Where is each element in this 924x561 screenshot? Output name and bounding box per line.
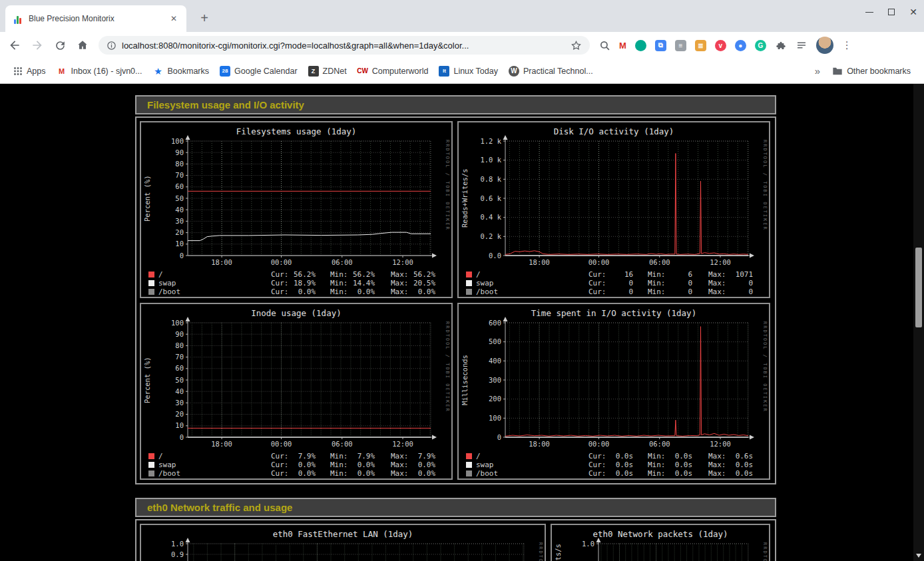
legend-max: Max: 0	[708, 287, 753, 296]
bookmark-label: Google Calendar	[234, 67, 298, 76]
legend-max: Max: 1071	[708, 270, 753, 279]
legend-series-name: /boot	[158, 469, 180, 478]
extensions-puzzle-icon[interactable]	[775, 39, 787, 51]
graph-panel-disk-io: Disk I/O activity (1day) Reads+Writes/s …	[457, 121, 770, 298]
forward-button[interactable]	[28, 36, 47, 55]
svg-text:30: 30	[175, 217, 184, 225]
url-bar[interactable]: localhost:8080/monitorix-cgi/monitorix.c…	[99, 36, 590, 55]
back-button[interactable]	[5, 36, 24, 55]
legend-max: Max: 56.2%	[391, 270, 435, 279]
bookmark-label: Computerworld	[372, 67, 429, 76]
key-extension-icon[interactable]	[635, 40, 646, 51]
legend-max: Max: 0	[708, 279, 753, 287]
grammarly-icon[interactable]: G	[755, 40, 766, 51]
browser-menu-icon[interactable]: ⋮	[842, 39, 852, 51]
legend-cur: Cur: 18.9%	[271, 279, 316, 287]
reload-button[interactable]	[51, 36, 69, 55]
svg-text:0: 0	[497, 433, 501, 441]
bookmark-bookmarks[interactable]: ★ Bookmarks	[148, 66, 215, 77]
legend-min: Min: 6	[648, 270, 692, 279]
svg-text:0: 0	[180, 252, 184, 260]
legend-row: swapCur: 0Min: 0Max: 0	[459, 279, 769, 287]
monitorix-favicon-icon	[12, 13, 23, 24]
gmail-icon[interactable]: M	[619, 41, 626, 51]
svg-text:12:00: 12:00	[392, 258, 413, 266]
bookmark-computerworld[interactable]: CW Computerworld	[352, 66, 434, 77]
svg-text:40: 40	[175, 206, 184, 214]
linux-today-icon: lt	[439, 66, 449, 77]
notes-extension-icon[interactable]: ≡	[675, 40, 686, 51]
bookmark-inbox[interactable]: M Inbox (16) - sjvn0...	[51, 66, 148, 77]
svg-text:100: 100	[171, 319, 184, 327]
legend-row: /Cur: 7.9%Min: 7.9%Max: 7.9%	[141, 452, 451, 461]
svg-text:80: 80	[175, 341, 184, 349]
legend-min: Min: 0.0%	[330, 469, 375, 478]
bookmarks-overflow-chevron[interactable]: »	[808, 65, 827, 77]
scroll-down-icon[interactable]	[916, 554, 921, 558]
legend-series-name: /boot	[476, 469, 498, 478]
legend-series-name: /boot	[476, 287, 498, 296]
legend-swatch-icon	[466, 462, 472, 468]
search-icon[interactable]	[599, 40, 610, 51]
window-maximize-button[interactable]	[888, 9, 895, 15]
svg-text:600: 600	[489, 319, 501, 327]
graphs-grid: Filesystems usage (1day) Percent (%) RRD…	[135, 116, 776, 484]
window-close-button[interactable]: ✕	[909, 7, 917, 17]
chart-legend: /Cur: 7.9%Min: 7.9%Max: 7.9%swapCur: 0.0…	[141, 452, 451, 478]
info-icon[interactable]	[107, 41, 116, 51]
graph-panel-filesystems-usage: Filesystems usage (1day) Percent (%) RRD…	[140, 121, 453, 298]
camera-extension-icon[interactable]: ●	[735, 40, 746, 51]
legend-swatch-icon	[466, 280, 472, 286]
legend-max: Max: 7.9%	[391, 452, 435, 461]
pocket-extension-icon[interactable]: v	[715, 40, 726, 51]
home-button[interactable]	[73, 36, 92, 55]
svg-text:00:00: 00:00	[271, 440, 292, 448]
legend-cur: Cur: 0.0%	[271, 469, 316, 478]
svg-text:30: 30	[175, 399, 184, 407]
copy-extension-icon[interactable]: ⧉	[655, 40, 666, 51]
legend-max: Max: 0.0%	[391, 469, 435, 478]
zdnet-icon: Z	[308, 66, 319, 77]
new-tab-button[interactable]: +	[196, 9, 213, 27]
window-minimize-button[interactable]	[865, 12, 873, 13]
profile-avatar[interactable]	[816, 37, 833, 54]
other-bookmarks[interactable]: Other bookmarks	[827, 67, 916, 76]
svg-text:06:00: 06:00	[649, 440, 670, 448]
svg-text:0.2 k: 0.2 k	[480, 232, 501, 240]
forward-arrow-icon	[31, 39, 44, 52]
legend-swatch-icon	[466, 470, 472, 476]
browser-tab[interactable]: Blue Precision Monitorix ✕	[5, 5, 186, 32]
reading-list-icon[interactable]	[796, 39, 808, 51]
legend-min: Min: 0.0%	[330, 287, 375, 296]
bookmark-zdnet[interactable]: Z ZDNet	[303, 66, 352, 77]
legend-swatch-icon	[148, 470, 154, 476]
legend-series-name: /	[158, 452, 163, 461]
chart-legend: /Cur: 56.2%Min: 56.2%Max: 56.2%swapCur: …	[141, 270, 451, 296]
svg-text:60: 60	[175, 364, 184, 372]
tab-close-icon[interactable]: ✕	[168, 13, 180, 25]
svg-text:0.9: 0.9	[171, 550, 184, 558]
legend-max: Max: 0.0%	[391, 287, 435, 296]
legend-row: swapCur: 18.9%Min: 14.4%Max: 20.5%	[141, 279, 451, 287]
page-scrollbar[interactable]	[913, 84, 924, 561]
graphs-grid: eth0 FastEthernet LAN (1day) RRDTOOL / T…	[135, 519, 776, 561]
svg-text:0: 0	[180, 433, 184, 441]
legend-series-name: /	[158, 270, 163, 279]
stack-extension-icon[interactable]: ≣	[695, 40, 706, 51]
url-text[interactable]: localhost:8080/monitorix-cgi/monitorix.c…	[122, 41, 565, 51]
legend-row: /Cur: 0.0sMin: 0.0sMax: 0.6s	[459, 452, 769, 461]
bookmark-google-calendar[interactable]: 28 Google Calendar	[214, 66, 303, 77]
bookmark-practical-technology[interactable]: W Practical Technol...	[503, 66, 598, 77]
legend-swatch-icon	[148, 453, 154, 459]
legend-min: Min: 0.0s	[648, 452, 692, 461]
legend-min: Min: 0.0s	[648, 461, 692, 469]
home-icon	[76, 39, 89, 52]
svg-text:60: 60	[175, 182, 184, 190]
legend-cur: Cur: 16	[588, 270, 633, 279]
svg-text:1.0: 1.0	[171, 540, 184, 548]
bookmark-apps[interactable]: Apps	[8, 67, 51, 76]
bookmark-star-icon[interactable]	[571, 40, 582, 51]
bookmark-linux-today[interactable]: lt Linux Today	[433, 66, 503, 77]
legend-row: /bootCur: 0Min: 0Max: 0	[459, 287, 769, 296]
scrollbar-thumb[interactable]	[915, 248, 922, 327]
